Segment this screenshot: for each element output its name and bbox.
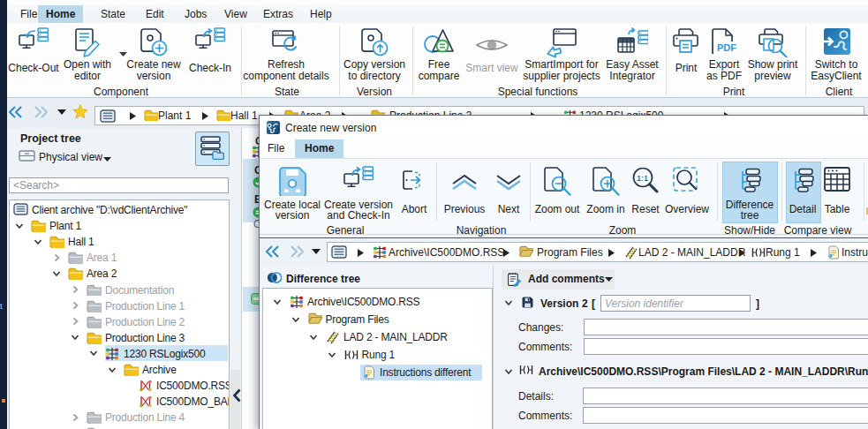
ribbon-button-label: Abort <box>402 204 427 215</box>
tree-expanded-icon[interactable] <box>272 297 283 307</box>
detail-field-input-1[interactable] <box>583 407 868 424</box>
tree-row[interactable]: LAD 2 - MAIN_LADDR <box>263 328 492 345</box>
breadcrumb-item[interactable]: Instructions <box>842 246 868 259</box>
main-menu-view[interactable]: View <box>216 5 255 23</box>
tree-collapsed-icon[interactable] <box>70 284 80 295</box>
zoom-reset-icon: 1:1 <box>630 166 660 196</box>
ribbon-button-print-preview[interactable]: Show printpreview <box>742 24 804 96</box>
add-comments-button[interactable]: Add comments <box>502 269 615 290</box>
tree-row[interactable]: IC500DMO.RSS <box>10 378 229 394</box>
breadcrumb-item[interactable]: Plant 1 <box>158 109 191 122</box>
section-collapse-icon[interactable] <box>503 366 514 377</box>
dialog-ribbon-button-tree-view-3-0[interactable]: Differencetree <box>722 161 777 224</box>
tree-search-input[interactable] <box>9 177 229 193</box>
detail-field-input-0[interactable] <box>583 388 868 404</box>
nav-back-icon[interactable] <box>265 245 280 259</box>
tree-expanded-icon[interactable] <box>14 221 25 231</box>
dialog-ribbon-button-table-4-1[interactable]: Table <box>820 161 854 224</box>
dialog-ribbon-button-zoom-out-2-0[interactable]: Zoom out <box>532 161 582 224</box>
breadcrumb-item[interactable]: LAD 2 - MAIN_LADDR <box>638 246 745 259</box>
tree-expanded-icon[interactable] <box>291 314 301 325</box>
dialog-ribbon-button-chevrons-up-1-0[interactable]: Previous <box>442 161 487 224</box>
main-menu-extras[interactable]: Extras <box>255 5 301 23</box>
main-menu-state[interactable]: State <box>93 5 133 23</box>
collapse-panel-icon[interactable] <box>232 388 241 403</box>
nav-history-caret-icon[interactable] <box>312 249 321 254</box>
tree-expanded-icon[interactable] <box>327 350 337 360</box>
section-collapse-icon[interactable] <box>503 297 514 308</box>
tree-expanded-icon[interactable] <box>70 332 80 342</box>
dialog-ribbon-button-checkin-0-1[interactable]: Create versionand Check-In <box>324 161 393 224</box>
tree-view-switch-button[interactable] <box>195 132 230 166</box>
dialog-ribbon-button-zoom-reset-2-2[interactable]: 1:1Reset <box>629 161 662 224</box>
nav-forward-icon[interactable] <box>290 245 305 259</box>
tree-collapsed-icon[interactable] <box>70 316 80 327</box>
tree-row[interactable]: Archive\IC500DMO.RSS <box>263 293 492 310</box>
tree-row[interactable]: Production Line 2 <box>10 313 229 329</box>
tree-row[interactable]: Rung 1 <box>263 346 492 363</box>
tree-item-label: Production Line 4 <box>105 411 185 424</box>
tree-row[interactable]: Plant 1 <box>10 218 229 234</box>
tree-expanded-icon[interactable] <box>308 332 319 342</box>
tree-row[interactable]: Program Files <box>263 311 492 327</box>
dialog-ribbon-button-create-local-0-0[interactable]: Create localversion <box>260 161 324 224</box>
nav-back-icon[interactable] <box>8 105 23 119</box>
ribbon-button-print[interactable]: Print <box>667 24 706 96</box>
tree-expanded-icon[interactable] <box>51 268 62 279</box>
tree-row[interactable]: Production Line 1 <box>10 297 229 313</box>
dialog-ribbon-button-abort-0-2[interactable]: Abort <box>395 161 434 224</box>
dialog-ribbon-button-tree-view-4-0[interactable]: Detail <box>786 161 819 224</box>
overview-icon <box>672 166 702 196</box>
checkin-icon <box>194 27 226 57</box>
dialog-menu-home[interactable]: Home <box>295 139 343 158</box>
tree-row[interactable]: Instructions different <box>263 364 492 380</box>
ribbon-button-checkout[interactable]: Check-Out <box>6 24 61 96</box>
main-ribbon: Check-OutOpen witheditorCreate newversio… <box>7 23 868 98</box>
tree-row[interactable]: IC500DMO_BAK <box>10 394 229 410</box>
tree-collapsed-icon[interactable] <box>70 412 80 423</box>
breadcrumb-list-icon[interactable] <box>100 109 116 123</box>
version-field-input-1[interactable] <box>584 338 868 355</box>
version-identifier-input[interactable] <box>600 295 751 312</box>
dialog-ribbon-button-zoom-in-2-1[interactable]: Zoom in <box>584 161 628 224</box>
tree-row[interactable]: Production Line 5 <box>10 425 229 429</box>
project-tree-view-selector[interactable]: Physical view <box>39 151 102 163</box>
view-caret-icon[interactable] <box>103 157 111 162</box>
breadcrumb-item[interactable]: Rung 1 <box>766 246 800 259</box>
tree-expanded-icon[interactable] <box>107 365 117 375</box>
folder-tan-icon <box>519 245 533 257</box>
breadcrumb-item[interactable]: Archive\IC500DMO.RSS <box>389 246 504 259</box>
tree-expanded-icon[interactable] <box>33 237 43 247</box>
main-menu-jobs[interactable]: Jobs <box>177 5 215 23</box>
tree-row[interactable]: Area 1 <box>10 250 229 266</box>
chevrons-up-icon <box>450 172 479 192</box>
tree-expanded-icon[interactable] <box>88 348 99 358</box>
favorites-star-icon[interactable] <box>72 104 88 120</box>
tree-row[interactable]: Production Line 4 <box>10 410 229 425</box>
version-field-input-0[interactable] <box>584 319 868 335</box>
tree-row[interactable]: Area 2 <box>10 266 229 282</box>
tree-collapsed-icon[interactable] <box>70 300 80 311</box>
breadcrumb-item[interactable]: Hall 1 <box>230 109 258 122</box>
nav-forward-icon[interactable] <box>34 105 49 119</box>
main-menu-edit[interactable]: Edit <box>138 5 172 23</box>
ribbon-button-checkin[interactable]: Check-In <box>184 24 237 96</box>
tree-row[interactable]: Archive <box>10 362 229 378</box>
tree-row[interactable]: Hall 1 <box>10 234 229 250</box>
ribbon-button-easy-asset[interactable]: Easy AssetIntegrator <box>601 24 663 96</box>
ribbon-button-free-compare[interactable]: Freecompare <box>411 24 466 96</box>
breadcrumb-item[interactable]: Program Files <box>537 246 603 259</box>
tree-row[interactable]: 1230 RSLogix500 <box>10 345 229 361</box>
tree-item-label: Production Line 3 <box>105 332 185 344</box>
dialog-ribbon-button-chevrons-down-1-1[interactable]: Next <box>491 161 526 224</box>
tree-row[interactable]: Documentation <box>10 282 229 297</box>
tree-collapsed-icon[interactable] <box>51 252 62 263</box>
main-menu-home[interactable]: Home <box>38 5 83 23</box>
dialog-ribbon-button-overview-2-3[interactable]: Overview <box>662 161 712 224</box>
tree-row[interactable]: Production Line 3 <box>10 329 229 345</box>
breadcrumb-list-icon[interactable] <box>331 245 347 259</box>
main-menu-help[interactable]: Help <box>302 5 340 23</box>
dialog-menu-file[interactable]: File <box>259 139 294 158</box>
nav-history-caret-icon[interactable] <box>57 109 66 115</box>
tree-row[interactable]: Client archive "D:\vdClientArchive" <box>10 202 229 218</box>
